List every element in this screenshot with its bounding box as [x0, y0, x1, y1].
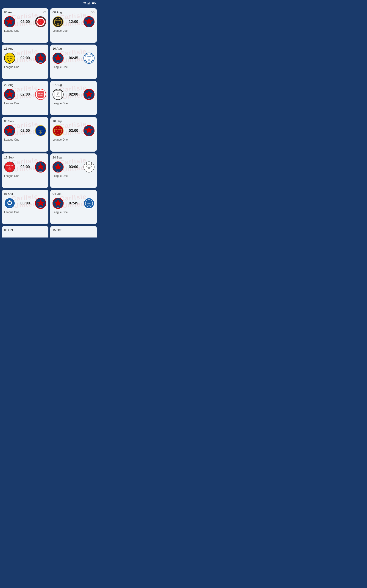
away-team-logo: CUFC [35, 162, 46, 173]
svg-text:CUFC: CUFC [57, 171, 59, 172]
home-team-logo: CUFC [52, 52, 64, 64]
svg-text:CUFC: CUFC [88, 26, 90, 27]
match-date: 15 Oct [52, 228, 94, 232]
match-card-match5[interactable]: 20 Aug CarlisleUnited CUFC 02:00 EXETER … [2, 81, 48, 115]
match-time: 02:00 [15, 129, 35, 133]
svg-text:CUFC: CUFC [57, 62, 59, 63]
match-time: 06:45 [64, 56, 83, 60]
svg-text:UNITED: UNITED [87, 203, 91, 204]
match-date: 20 Aug [4, 83, 46, 86]
match-time: 12:00 [64, 20, 83, 24]
match-card-partial-match14[interactable]: 15 Oct [50, 226, 97, 237]
svg-rect-3 [90, 2, 90, 4]
match-time: 07:45 [64, 201, 83, 205]
match-date: 24 Sep [52, 156, 94, 159]
match-time: 02:00 [64, 92, 83, 96]
svg-text:CUFC: CUFC [8, 134, 11, 136]
svg-rect-1 [88, 3, 89, 4]
home-team-logo: MORECAMBE FC [4, 162, 15, 173]
svg-text:OXFORD: OXFORD [7, 56, 13, 57]
away-team-logo: SHREWSBURY TOWN FC [35, 125, 46, 136]
match-card-match1[interactable]: 06 Aug Vs CarlisleUnited CUFC 02:00 FT F… [2, 8, 48, 43]
away-team-logo: CUFC [83, 16, 94, 27]
match-date: 03 Sep [4, 120, 46, 123]
svg-text:CUFC: CUFC [88, 98, 90, 99]
match-content: CUFC 02:00 FT FC [4, 16, 46, 27]
match-date: 04 Oct [52, 192, 94, 195]
home-team-logo: CUFC [4, 16, 15, 27]
match-card-match12[interactable]: 04 Oct CarlisleUnited CUFC 07:45 PETERBO… [50, 190, 97, 224]
competition: League One [4, 211, 46, 214]
status-icons [83, 2, 96, 5]
match-card-match4[interactable]: 16 Aug CarlisleUnited CUFC 06:45 WIGAN A… [50, 44, 97, 79]
match-time: 02:00 [64, 129, 83, 133]
svg-text:ATHLETIC: ATHLETIC [87, 57, 91, 59]
match-card-match2[interactable]: 08 Aug Vs CarlisleUnited HARROGATE TOWN … [50, 8, 97, 43]
match-date: 01 Oct [4, 192, 46, 195]
svg-rect-2 [89, 3, 89, 5]
svg-text:MORECAMBE: MORECAMBE [6, 165, 13, 166]
home-team-logo: CUFC [4, 89, 15, 100]
matches-grid: 06 Aug Vs CarlisleUnited CUFC 02:00 FT F… [0, 6, 99, 239]
match-date: 08 Aug [52, 10, 94, 14]
match-time: 02:00 [15, 56, 35, 60]
svg-point-80 [90, 166, 90, 166]
svg-point-12 [37, 19, 44, 25]
match-content: CUFC 02:00 SHREWSBURY TOWN FC [4, 125, 46, 136]
signal-icon [87, 2, 91, 5]
competition: League One [52, 65, 94, 69]
svg-text:WANDERERS: WANDERERS [7, 206, 12, 207]
battery-icon [92, 2, 96, 5]
svg-text:VALE: VALE [57, 94, 59, 95]
svg-point-37 [88, 59, 90, 61]
match-content: WANDERERS 03:00 CUFC [4, 198, 46, 209]
competition: League One [52, 211, 94, 214]
match-card-match7[interactable]: 03 Sep CarlisleUnited CUFC 02:00 SHREWSB… [2, 117, 48, 152]
svg-rect-0 [88, 3, 88, 4]
competition: League One [4, 102, 46, 105]
competition: League One [4, 174, 46, 178]
svg-text:WIGAN: WIGAN [87, 56, 91, 57]
match-card-match8[interactable]: 10 Sep CarlisleUnited STEVENAGE FC 02:00… [50, 117, 97, 152]
competition: League One [52, 138, 94, 141]
match-time: 03:00 [64, 165, 83, 169]
vs-label: Vs [43, 10, 46, 14]
match-content: OXFORD UNITED 02:00 CUFC [4, 52, 46, 64]
match-card-partial-match13[interactable]: 08 Oct [2, 226, 48, 237]
home-team-logo: CUFC [52, 162, 64, 173]
svg-point-85 [10, 201, 10, 201]
match-content: PORT VALE FC 1876 02:00 CUFC [52, 89, 94, 100]
match-date: 16 Aug [52, 47, 94, 50]
home-team-logo: WANDERERS [4, 198, 15, 209]
match-card-match11[interactable]: 01 Oct CarlisleUnited WANDERERS 03:00 CU… [2, 190, 48, 224]
match-card-match6[interactable]: 27 Aug CarlisleUnited PORT VALE FC 1876 … [50, 81, 97, 115]
svg-point-77 [84, 162, 94, 172]
status-bar [0, 0, 99, 6]
home-team-logo: OXFORD UNITED [4, 52, 15, 64]
svg-text:HARROGATE: HARROGATE [55, 20, 61, 21]
match-card-match3[interactable]: 13 Aug CarlisleUnited OXFORD UNITED 02:0… [2, 44, 48, 79]
wifi-icon [83, 2, 86, 5]
competition: League One [4, 138, 46, 141]
competition: League One [4, 65, 46, 69]
away-team-logo: CUFC [35, 198, 46, 209]
match-content: CUFC 06:45 WIGAN ATHLETIC [52, 52, 94, 64]
home-team-logo: CUFC [52, 198, 64, 209]
svg-text:EXETER: EXETER [38, 93, 43, 94]
svg-rect-20 [57, 23, 59, 25]
svg-text:SHREWSBURY: SHREWSBURY [37, 128, 44, 130]
svg-text:CITY FC: CITY FC [38, 95, 43, 96]
svg-point-70 [8, 167, 11, 170]
away-team-logo [83, 162, 94, 173]
match-card-match10[interactable]: 24 Sep CarlisleUnited CUFC 03:00 League … [50, 153, 97, 188]
match-date: 13 Aug [4, 47, 46, 50]
competition: League One [52, 102, 94, 105]
away-team-logo: WIGAN ATHLETIC [83, 52, 94, 64]
svg-text:PORT: PORT [57, 93, 60, 94]
match-content: HARROGATE TOWN AFC 12:00 CUFC [52, 16, 94, 27]
match-time: 03:00 [15, 201, 35, 205]
svg-text:STEVENAGE: STEVENAGE [55, 129, 61, 130]
svg-text:TOWN FC: TOWN FC [39, 130, 43, 131]
away-team-logo: PETERBOROUGH UNITED FC 1934 [83, 198, 94, 209]
match-card-match9[interactable]: 17 Sep CarlisleUnited MORECAMBE FC 02:00… [2, 153, 48, 188]
